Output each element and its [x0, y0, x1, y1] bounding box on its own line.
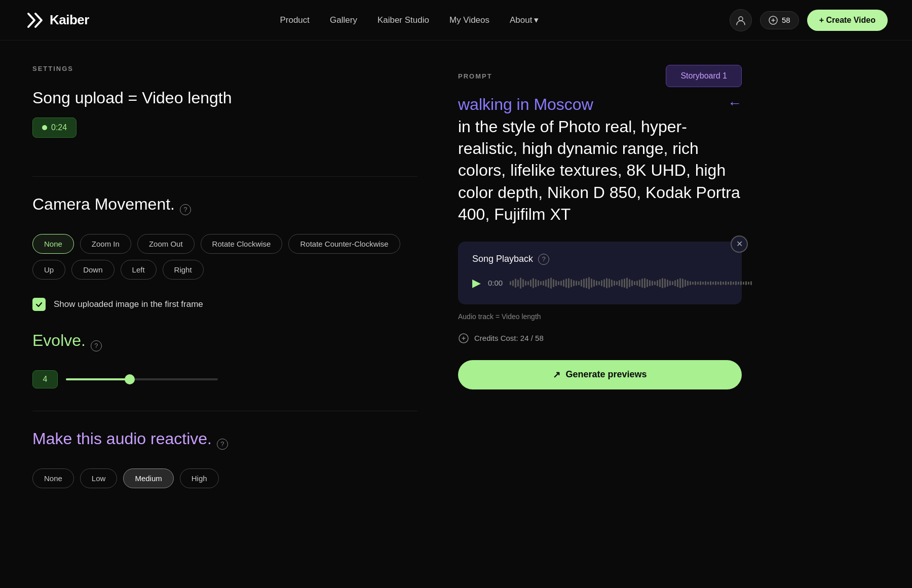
play-button[interactable]: ▶ — [472, 274, 481, 292]
audio-reactive-buttons: None Low Medium High — [32, 468, 417, 488]
evolve-slider-thumb[interactable] — [125, 374, 135, 384]
storyboard-button[interactable]: Storyboard 1 — [666, 65, 742, 87]
divider-2 — [32, 411, 417, 411]
credits-row: Credits Cost: 24 / 58 — [458, 333, 742, 344]
nav-kaiber-studio[interactable]: Kaiber Studio — [377, 15, 429, 25]
waveform — [510, 275, 752, 291]
audio-btn-high[interactable]: High — [180, 468, 219, 488]
credits-cost-icon — [458, 333, 469, 344]
camera-btn-zoom-in[interactable]: Zoom In — [80, 234, 131, 254]
song-upload-title: Song upload = Video length — [32, 89, 417, 107]
camera-btn-right[interactable]: Right — [163, 260, 204, 280]
create-video-button[interactable]: + Create Video — [807, 10, 888, 31]
camera-movement-buttons: None Zoom In Zoom Out Rotate Clockwise R… — [32, 234, 417, 280]
kaiber-logo-icon — [24, 10, 46, 31]
audio-reactive-help-icon[interactable]: ? — [217, 439, 228, 450]
camera-movement-header: Camera Movement. ? — [32, 195, 417, 224]
duration-dot — [42, 125, 47, 130]
show-first-frame-label: Show uploaded image in the first frame — [54, 299, 203, 309]
logo[interactable]: Kaiber — [24, 10, 89, 31]
nav-my-videos[interactable]: My Videos — [449, 15, 489, 25]
evolve-title: Evolve. — [32, 331, 86, 350]
nav-product[interactable]: Product — [280, 15, 310, 25]
generate-icon: ↗ — [553, 369, 560, 380]
evolve-help-icon[interactable]: ? — [91, 340, 102, 351]
divider-1 — [32, 176, 417, 177]
evolve-slider-track[interactable] — [66, 378, 218, 380]
logo-text: Kaiber — [50, 12, 89, 28]
navbar: Kaiber Product Gallery Kaiber Studio My … — [0, 0, 912, 41]
chevron-down-icon: ▾ — [534, 15, 539, 25]
playback-time: 0:00 — [488, 279, 503, 287]
generate-previews-button[interactable]: ↗ Generate previews — [458, 360, 742, 389]
camera-movement-help-icon[interactable]: ? — [180, 204, 191, 215]
credits-count: 58 — [782, 16, 790, 24]
camera-btn-rotate-clockwise[interactable]: Rotate Clockwise — [201, 234, 283, 254]
prompt-header: PROMPT Storyboard 1 — [458, 65, 742, 87]
song-playback-header: Song Playback ? — [472, 254, 728, 265]
svg-point-0 — [739, 17, 743, 21]
prompt-rest: in the style of Photo real, hyper-realis… — [458, 117, 740, 223]
song-playback-help-icon[interactable]: ? — [538, 254, 549, 265]
nav-right: 58 + Create Video — [730, 9, 888, 31]
audio-btn-low[interactable]: Low — [80, 468, 118, 488]
generate-label: Generate previews — [565, 369, 647, 380]
show-first-frame-checkbox[interactable] — [32, 298, 46, 311]
right-panel: PROMPT Storyboard 1 walking in Moscow in… — [458, 65, 742, 564]
prompt-container: walking in Moscow in the style of Photo … — [458, 95, 742, 225]
prompt-label: PROMPT — [458, 72, 492, 80]
camera-btn-rotate-counter-clockwise[interactable]: Rotate Counter-Clockwise — [288, 234, 400, 254]
checkmark-icon — [35, 300, 43, 308]
duration-text: 0:24 — [51, 123, 67, 132]
camera-btn-zoom-out[interactable]: Zoom Out — [137, 234, 195, 254]
camera-btn-down[interactable]: Down — [71, 260, 114, 280]
nav-about[interactable]: About ▾ — [510, 15, 539, 25]
camera-movement-title: Camera Movement. — [32, 195, 175, 214]
camera-btn-left[interactable]: Left — [121, 260, 157, 280]
prompt-text: walking in Moscow in the style of Photo … — [458, 95, 742, 225]
user-icon — [735, 15, 746, 26]
audio-reactive-header: Make this audio reactive. ? — [32, 429, 417, 458]
song-playback-card: ✕ Song Playback ? ▶ 0:00 — [458, 242, 742, 304]
audio-reactive-title: Make this audio reactive. — [32, 429, 212, 448]
camera-btn-up[interactable]: Up — [32, 260, 65, 280]
playback-controls: ▶ 0:00 — [472, 274, 728, 292]
nav-gallery[interactable]: Gallery — [330, 15, 357, 25]
evolve-slider-row: 4 — [32, 370, 417, 388]
prompt-first-line: walking in Moscow — [458, 95, 742, 114]
song-playback-title: Song Playback — [472, 254, 533, 264]
evolve-slider-fill — [66, 378, 130, 380]
audio-track-note: Audio track = Video length — [458, 312, 742, 321]
credits-cost-text: Credits Cost: 24 / 58 — [474, 334, 544, 342]
credits-icon — [769, 16, 778, 25]
user-icon-button[interactable] — [730, 9, 752, 31]
nav-links: Product Gallery Kaiber Studio My Videos … — [280, 15, 539, 25]
close-playback-button[interactable]: ✕ — [731, 236, 748, 253]
audio-btn-medium[interactable]: Medium — [123, 468, 173, 488]
duration-badge: 0:24 — [32, 117, 77, 138]
settings-label: SETTINGS — [32, 65, 417, 72]
evolve-section: Evolve. ? 4 — [32, 331, 417, 388]
audio-btn-none[interactable]: None — [32, 468, 74, 488]
left-panel: SETTINGS Song upload = Video length 0:24… — [32, 65, 417, 564]
evolve-value: 4 — [32, 370, 58, 388]
back-arrow-button[interactable]: ← — [728, 95, 742, 111]
main-content: SETTINGS Song upload = Video length 0:24… — [0, 41, 912, 588]
camera-btn-none[interactable]: None — [32, 234, 74, 254]
credits-badge[interactable]: 58 — [760, 11, 799, 29]
show-first-frame-row: Show uploaded image in the first frame — [32, 298, 417, 311]
evolve-header: Evolve. ? — [32, 331, 417, 360]
